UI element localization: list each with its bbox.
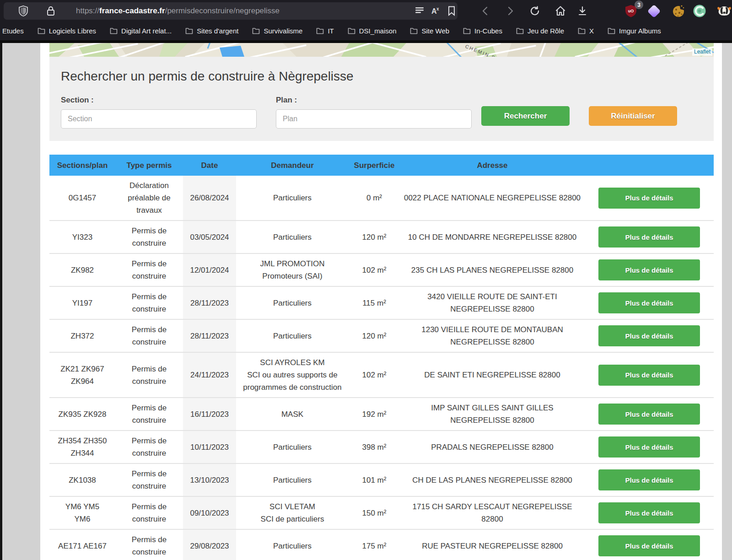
table-row: ZK1038 Permis de construire 13/10/2023 P… [49,464,714,497]
bookmark-item[interactable]: DSI_maison [348,27,397,35]
details-button[interactable]: Plus de détails [598,535,700,556]
cell-actions: Plus de détails [585,287,714,319]
cell-actions: Plus de détails [585,431,714,463]
table-row: ZK982 Permis de construire 12/01/2024 JM… [49,254,714,287]
details-button[interactable]: Plus de détails [598,436,700,458]
cell-demandeur: Particuliers [236,176,349,220]
bookmark-item[interactable]: X [578,27,594,35]
plan-input[interactable] [276,109,472,129]
cell-demandeur: Particuliers [236,431,349,463]
cell-demandeur: JML PROMOTION Promoteurs (SAI) [236,254,349,286]
clearurls-extension-icon[interactable] [692,3,707,19]
table-row: YI323 Permis de construire 03/05/2024 Pa… [49,221,714,254]
demandeur-name: Particuliers [273,330,312,342]
back-button[interactable] [477,2,494,20]
cell-demandeur: Particuliers [236,320,349,352]
cell-surface: 150 m² [349,497,400,529]
cell-type-permis: Permis de construire [115,353,183,397]
details-button[interactable]: Plus de détails [598,404,700,425]
folder-icon [410,27,418,34]
reader-mode-icon[interactable] [413,2,426,20]
reload-button[interactable] [526,2,544,20]
cell-sections: ZK935 ZK928 [49,398,115,430]
leaflet-map[interactable]: CHEMIN DES TEMPE Leaflet [49,43,714,57]
table-header-row: Sections/plan Type permis Date Demandeur… [49,155,714,176]
demandeur-type: Promoteurs (SAI) [262,270,322,282]
cell-adresse: DE SAINT ETI NEGREPELISSE 82800 [400,353,585,397]
header-adresse: Adresse [400,155,585,176]
table-row: YM6 YM5 YM6 Permis de construire 09/10/2… [49,497,714,530]
cell-surface: 115 m² [349,287,400,319]
cell-actions: Plus de détails [585,320,714,352]
search-button[interactable]: Rechercher [481,106,570,126]
cell-adresse: CH DE LAS PLANES NEGREPELISSE 82800 [400,464,585,496]
tracking-protection-shield-icon[interactable] [16,2,30,20]
table-row: ZH354 ZH350 ZH344 Permis de construire 1… [49,431,714,464]
cell-sections: YI323 [49,221,115,253]
window-left-edge [0,43,2,560]
lock-icon[interactable] [44,2,58,20]
bookmark-item[interactable]: Survivalisme [252,27,302,35]
details-button[interactable]: Plus de détails [598,469,700,490]
cell-sections: ZH354 ZH350 ZH344 [49,431,115,463]
url-path: /permisdeconstruire/negrepelisse [165,6,280,16]
forward-button[interactable] [501,2,519,20]
bookmark-item[interactable]: Logiciels Libres [38,27,96,35]
cell-date: 12/01/2024 [183,254,236,286]
url-bar[interactable]: https://france-cadastre.fr/permisdeconst… [4,2,458,20]
cell-sections: ZK1038 [49,464,115,496]
translate-icon[interactable]: Ax [429,2,443,20]
reset-button[interactable]: Réinitialiser [589,106,677,126]
bookmark-icon[interactable] [445,2,458,20]
cell-type-permis: Permis de construire [115,431,183,463]
demandeur-name: MASK [281,408,303,420]
demandeur-name: Particuliers [273,474,312,486]
leaflet-attribution-link[interactable]: Leaflet [692,48,712,56]
bookmark-item[interactable]: Imgur Albums [608,27,661,35]
cell-sections: YI197 [49,287,115,319]
table-row: ZK21 ZK967 ZK964 Permis de construire 24… [49,353,714,398]
bookmark-item[interactable]: Jeu de Rôle [516,27,564,35]
cell-type-permis: Permis de construire [115,287,183,319]
cookie-extension-icon[interactable] [671,3,686,19]
cell-type-permis: Permis de construire [115,398,183,430]
cell-surface: 120 m² [349,221,400,253]
demandeur-name: Particuliers [273,297,312,309]
map-tiles: CHEMIN DES TEMPE [49,43,714,57]
folder-icon [316,27,324,34]
bookmark-item[interactable]: Site Web [410,27,449,35]
home-button[interactable] [552,2,569,20]
bookmark-item[interactable]: Digital Art relat... [110,27,172,35]
details-button[interactable]: Plus de détails [598,325,700,346]
cell-actions: Plus de détails [585,497,714,529]
bookmark-item[interactable]: IT [316,27,334,35]
details-button[interactable]: Plus de détails [598,188,700,209]
header-actions [585,155,714,176]
cell-actions: Plus de détails [585,398,714,430]
details-button[interactable]: Plus de détails [598,259,700,280]
bookmark-item[interactable]: In-Cubes [463,27,502,35]
bookmark-item[interactable]: Etudes [2,27,24,35]
ublock-origin-icon[interactable]: uO 3 [623,3,639,19]
diamond-extension-icon[interactable] [646,3,662,19]
header-demandeur: Demandeur [236,155,349,176]
cell-date: 13/10/2023 [183,464,236,496]
bookmark-label: Site Web [421,27,449,35]
cell-date: 10/11/2023 [183,431,236,463]
details-button[interactable]: Plus de détails [598,502,700,523]
browser-chrome: https://france-cadastre.fr/permisdeconst… [0,0,732,40]
cell-adresse: RUE PASTEUR NEGREPELISSE 82800 [400,530,585,560]
section-input[interactable] [61,109,257,129]
bookmark-label: Survivalisme [264,27,302,35]
bookmark-label: Logiciels Libres [49,27,96,35]
bookmark-item[interactable]: Sites d'argent [185,27,238,35]
url-text[interactable]: https://france-cadastre.fr/permisdeconst… [76,2,280,20]
demandeur-type: SCI ou autres supports de programmes de … [240,369,345,393]
details-button[interactable]: Plus de détails [598,365,700,386]
details-button[interactable]: Plus de détails [598,226,700,248]
download-button[interactable] [574,2,591,20]
details-button[interactable]: Plus de détails [598,292,700,313]
cell-adresse: 0022 PLACE NATIONALE NEGREPELISSE 82800 [400,176,585,220]
privacy-badger-icon[interactable] [716,3,732,19]
bookmark-label: X [589,27,594,35]
